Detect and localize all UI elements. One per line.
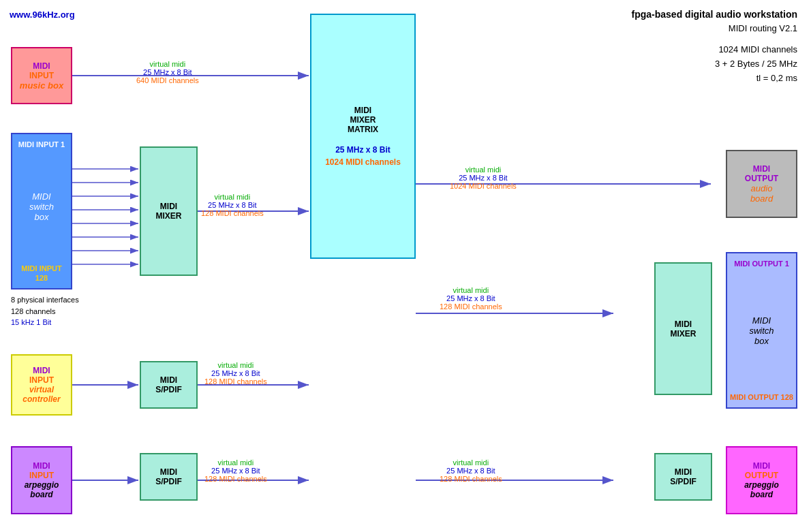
mixer-left-label1: MIDI [160,202,177,211]
matrix-label3: MATRIX [348,125,378,134]
spdif-ll-label1: MIDI [160,467,177,477]
title-bold: fpga-based digital audio workstation [632,7,797,22]
arrow-label-spdif-to-matrix-upper: virtual midi 25 MHz x 8 Bit 128 MIDI cha… [204,361,267,386]
mixer-right-label2: MIXER [670,329,696,339]
spdif-lu-label2: S/PDIF [155,385,182,394]
box-arpeggio-in: MIDIINPUTarpeggioboard [11,446,72,514]
annotation-line2: 128 channels [11,306,79,317]
website-label: www.96kHz.org [10,10,75,20]
spdif-ll-label2: S/PDIF [155,477,182,486]
box-virtual-controller: MIDIINPUTvirtualcontroller [11,354,72,416]
arrow-label-music-vmidi: virtual midi 25 MHz x 8 Bit 640 MIDI cha… [136,60,199,84]
mixer-right-label1: MIDI [675,319,692,329]
box-spdif-right-lower: MIDI S/PDIF [654,453,712,501]
box-arpeggio-out: MIDIOUTPUTarpeggioboard [726,446,797,514]
box-midi-mixer-right: MIDI MIXER [654,262,712,395]
top-right-info: fpga-based digital audio workstation MID… [632,7,797,86]
spdif-rl-label1: MIDI [675,467,692,477]
diagram-container: www.96kHz.org fpga-based digital audio w… [0,0,811,532]
channels-info: 1024 MIDI channels [632,43,797,57]
mixer-left-label2: MIXER [155,211,181,221]
annotation-line3: 15 kHz 1 Bit [11,317,79,328]
arrow-label-matrix-to-audio: virtual midi 25 MHz x 8 Bit 1024 MIDI ch… [450,166,517,190]
box-spdif-left-lower: MIDI S/PDIF [140,453,198,501]
spdif-lu-label1: MIDI [160,375,177,385]
arrow-label-spdif-to-matrix-lower: virtual midi 25 MHz x 8 Bit 128 MIDI cha… [204,458,267,483]
matrix-label1: MIDI [354,106,371,115]
matrix-freq: 25 MHz x 8 Bit [335,145,391,155]
box-midi-mixer-left: MIDI MIXER [140,146,198,276]
time-info: tl = 0,2 ms [632,72,797,86]
box-switch-box-in: MIDI INPUT 1MIDIswitchboxMIDI INPUT 128 [11,133,72,290]
arrow-label-matrix-to-spdif-right: virtual midi 25 MHz x 8 Bit 128 MIDI cha… [440,458,502,483]
box-music-input: MIDIINPUTmusic box [11,47,72,104]
subtitle-routing: MIDI routing V2.1 [632,22,797,36]
switch-box-annotation: 8 physical interfaces 128 channels 15 kH… [11,294,79,328]
annotation-line1: 8 physical interfaces [11,294,79,306]
arrow-label-mixer-to-matrix: virtual midi 25 MHz x 8 Bit 128 MIDI cha… [201,193,264,217]
spdif-rl-label2: S/PDIF [670,477,697,486]
box-switch-box-out: MIDI OUTPUT 1MIDIswitchboxMIDI OUTPUT 12… [726,252,797,409]
matrix-channels: 1024 MIDI channels [325,157,401,167]
matrix-label2: MIXER [350,115,376,125]
bytes-info: 3 + 2 Bytes / 25 MHz [632,57,797,72]
box-audio-board: MIDIOUTPUTaudioboard [726,150,797,218]
arrow-label-matrix-to-mixer-right: virtual midi 25 MHz x 8 Bit 128 MIDI cha… [440,286,502,311]
box-matrix: MIDI MIXER MATRIX 25 MHz x 8 Bit 1024 MI… [310,14,416,259]
box-spdif-left-upper: MIDI S/PDIF [140,361,198,409]
